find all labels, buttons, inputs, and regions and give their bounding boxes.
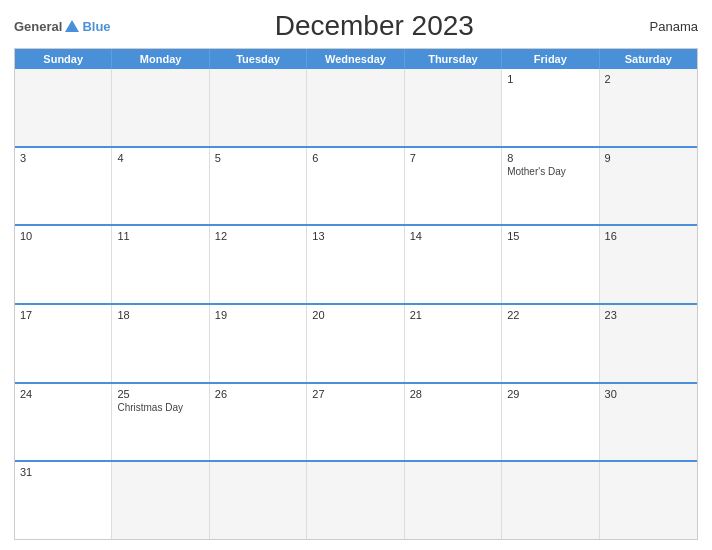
day-number: 9 [605,152,692,164]
day-number: 6 [312,152,398,164]
day-number: 13 [312,230,398,242]
day-cell-16: 16 [600,226,697,303]
event-christmas-day: Christmas Day [117,402,203,413]
day-number: 1 [507,73,593,85]
day-number: 26 [215,388,301,400]
day-number: 7 [410,152,496,164]
day-number: 23 [605,309,692,321]
logo-blue-text: Blue [82,19,110,34]
day-cell-7: 7 [405,148,502,225]
day-cell-8: 8 Mother's Day [502,148,599,225]
day-number: 18 [117,309,203,321]
day-number: 14 [410,230,496,242]
header: General Blue December 2023 Panama [14,10,698,42]
header-saturday: Saturday [600,49,697,69]
day-cell-10: 10 [15,226,112,303]
day-number: 22 [507,309,593,321]
day-number: 2 [605,73,692,85]
day-number: 16 [605,230,692,242]
weeks-container: 1 2 3 4 5 6 [15,69,697,539]
day-cell [112,462,209,539]
day-cell-9: 9 [600,148,697,225]
day-number: 24 [20,388,106,400]
logo: General Blue [14,19,111,34]
day-cell-23: 23 [600,305,697,382]
day-number: 25 [117,388,203,400]
day-cell-31: 31 [15,462,112,539]
day-cell-22: 22 [502,305,599,382]
day-cell-3: 3 [15,148,112,225]
day-cell-29: 29 [502,384,599,461]
logo-triangle-icon [65,20,79,32]
week-row-4: 17 18 19 20 21 22 23 [15,303,697,382]
day-number: 17 [20,309,106,321]
day-number: 10 [20,230,106,242]
day-cell [405,69,502,146]
day-cell [600,462,697,539]
day-number: 31 [20,466,106,478]
header-thursday: Thursday [405,49,502,69]
header-friday: Friday [502,49,599,69]
day-number: 29 [507,388,593,400]
day-number: 8 [507,152,593,164]
day-number: 4 [117,152,203,164]
day-cell-11: 11 [112,226,209,303]
day-cell-30: 30 [600,384,697,461]
day-cell-25: 25 Christmas Day [112,384,209,461]
day-number: 19 [215,309,301,321]
day-cell-2: 2 [600,69,697,146]
day-cell-21: 21 [405,305,502,382]
day-cell-26: 26 [210,384,307,461]
calendar-title: December 2023 [111,10,638,42]
day-cell-28: 28 [405,384,502,461]
header-sunday: Sunday [15,49,112,69]
calendar-page: General Blue December 2023 Panama Sunday… [0,0,712,550]
day-number: 15 [507,230,593,242]
day-cell [405,462,502,539]
header-wednesday: Wednesday [307,49,404,69]
day-cell-6: 6 [307,148,404,225]
day-cell-24: 24 [15,384,112,461]
day-number: 28 [410,388,496,400]
day-cell-27: 27 [307,384,404,461]
day-cell-20: 20 [307,305,404,382]
day-number: 20 [312,309,398,321]
day-number: 12 [215,230,301,242]
calendar-grid: Sunday Monday Tuesday Wednesday Thursday… [14,48,698,540]
week-row-5: 24 25 Christmas Day 26 27 28 29 [15,382,697,461]
day-number: 21 [410,309,496,321]
day-cell-15: 15 [502,226,599,303]
logo-general-text: General [14,19,62,34]
day-cell [502,462,599,539]
day-cell-12: 12 [210,226,307,303]
event-mothers-day: Mother's Day [507,166,593,177]
day-cell-17: 17 [15,305,112,382]
day-number: 11 [117,230,203,242]
header-tuesday: Tuesday [210,49,307,69]
week-row-6: 31 [15,460,697,539]
country-label: Panama [638,19,698,34]
day-headers-row: Sunday Monday Tuesday Wednesday Thursday… [15,49,697,69]
header-monday: Monday [112,49,209,69]
week-row-1: 1 2 [15,69,697,146]
week-row-3: 10 11 12 13 14 15 16 [15,224,697,303]
day-cell-14: 14 [405,226,502,303]
day-cell [112,69,209,146]
day-number: 27 [312,388,398,400]
day-cell-13: 13 [307,226,404,303]
day-cell [307,69,404,146]
week-row-2: 3 4 5 6 7 8 Mother's Day [15,146,697,225]
day-number: 30 [605,388,692,400]
day-cell-4: 4 [112,148,209,225]
day-cell-19: 19 [210,305,307,382]
day-cell-18: 18 [112,305,209,382]
day-cell [210,69,307,146]
day-cell-5: 5 [210,148,307,225]
day-cell [307,462,404,539]
day-cell [15,69,112,146]
day-number: 3 [20,152,106,164]
day-number: 5 [215,152,301,164]
day-cell [210,462,307,539]
day-cell-1: 1 [502,69,599,146]
